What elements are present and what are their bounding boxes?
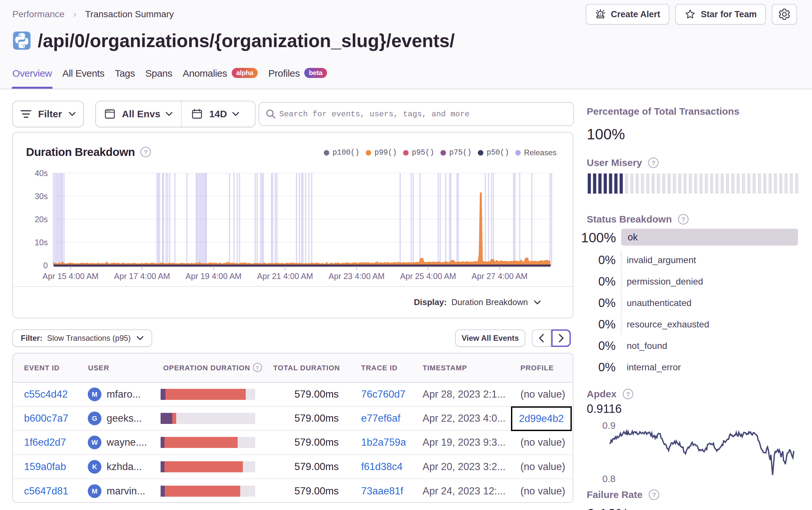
svg-text:?: ? [652,491,656,499]
svg-text:Apr 25 4:00 AM: Apr 25 4:00 AM [400,272,456,281]
svg-text:10s: 10s [35,238,48,247]
svg-text:40s: 40s [35,169,48,178]
svg-text:Apr 23 4:00 AM: Apr 23 4:00 AM [329,272,384,281]
svg-text:Apr 21 4:00 AM: Apr 21 4:00 AM [257,272,313,281]
svg-text:Apr 27 4:00 AM: Apr 27 4:00 AM [472,272,528,281]
svg-text:Apr 15 4:00 AM: Apr 15 4:00 AM [42,272,98,281]
svg-text:Apr 17 4:00 AM: Apr 17 4:00 AM [114,272,170,281]
svg-text:?: ? [626,391,630,398]
svg-text:0: 0 [43,261,48,270]
svg-text:20s: 20s [35,215,48,224]
svg-text:Apr 19 4:00 AM: Apr 19 4:00 AM [185,272,241,281]
svg-text:?: ? [256,365,259,371]
svg-text:30s: 30s [35,192,48,201]
svg-text:?: ? [681,216,685,223]
svg-text:?: ? [651,159,655,167]
